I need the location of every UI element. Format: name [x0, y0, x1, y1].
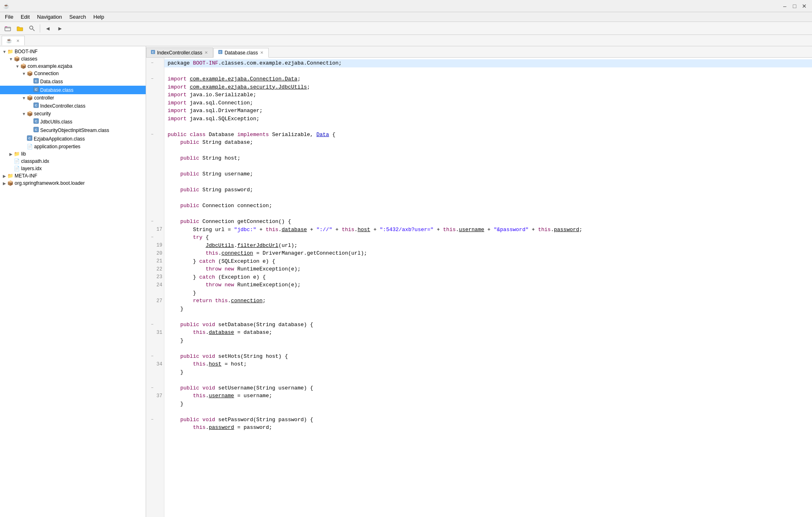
expand-icon: ▼ — [8, 57, 14, 61]
tree-label: classpath.idx — [21, 158, 49, 164]
class-icon: C — [33, 127, 39, 134]
svg-text:C: C — [35, 79, 37, 83]
expand-icon: ▼ — [2, 50, 7, 54]
tree-node-jdbcutils-class[interactable]: C JdbcUtils.class — [0, 117, 146, 126]
tree-node-classes[interactable]: ▼ 📦 classes — [0, 55, 146, 63]
toolbar-back-button[interactable]: ◄ — [43, 23, 53, 34]
tab-close-database[interactable]: ✕ — [259, 50, 264, 55]
jar-icon: ☕ — [6, 38, 12, 43]
tree-label: BOOT-INF — [15, 49, 38, 54]
tree-node-database-class[interactable]: C Database.class — [0, 86, 146, 94]
menu-search[interactable]: Search — [66, 13, 89, 21]
tree-node-ezjaba-class[interactable]: C EzjabaApplication.class — [0, 134, 146, 143]
editor-tabs: C IndexController.class ✕ C Database.cla… — [146, 46, 812, 58]
code-editor[interactable]: −−−−17−19202122232427−31−34−37− package … — [146, 58, 812, 517]
class-icon: C — [33, 102, 39, 109]
menu-edit[interactable]: Edit — [17, 13, 33, 21]
tree-label: com.example.ezjaba — [28, 63, 72, 69]
tree-node-org-springframework[interactable]: ▶ 📦 org.springframework.boot.loader — [0, 180, 146, 187]
expand-icon: ▶ — [2, 181, 7, 186]
tree-node-meta-inf[interactable]: ▶ 📁 META-INF — [0, 172, 146, 180]
tree-node-security[interactable]: ▼ 📦 security — [0, 110, 146, 117]
tab-close-index[interactable]: ✕ — [204, 50, 209, 55]
title-bar: ☕ – □ ✕ — [0, 0, 812, 12]
tree-label: SecurityObjectInpitStream.class — [40, 128, 109, 133]
expand-icon: ▼ — [15, 64, 20, 69]
tab-database[interactable]: C Database.class ✕ — [213, 48, 269, 58]
open-file-tab-close[interactable]: ✕ — [15, 38, 20, 43]
expand-icon: ▼ — [21, 71, 27, 76]
open-files-bar: ☕ ✕ — [0, 35, 812, 46]
tree-label: lib — [21, 151, 26, 157]
file-icon: 📄 — [14, 166, 20, 171]
maximize-button[interactable]: □ — [790, 2, 799, 11]
tree-node-layers[interactable]: 📄 layers.idx — [0, 165, 146, 172]
tree-label: IndexController.class — [40, 103, 85, 109]
tree-label: security — [34, 111, 51, 117]
package-icon: 📦 — [27, 71, 33, 76]
properties-icon: 📄 — [27, 144, 33, 149]
tab-label: IndexController.class — [157, 50, 202, 56]
tree-label: controller — [34, 95, 54, 101]
toolbar-open-button[interactable] — [2, 23, 13, 34]
svg-text:C: C — [28, 136, 31, 140]
package-explorer[interactable]: ▼ 📁 BOOT-INF ▼ 📦 classes ▼ 📦 com.example… — [0, 46, 146, 517]
class-icon: C — [33, 118, 39, 125]
tab-index-controller[interactable]: C IndexController.class ✕ — [146, 48, 213, 57]
tree-node-data-class[interactable]: C Data.class — [0, 77, 146, 86]
svg-text:C: C — [35, 128, 37, 132]
tree-node-controller[interactable]: ▼ 📦 controller — [0, 94, 146, 102]
folder-icon: 📁 — [7, 173, 13, 179]
main-layout: ▼ 📁 BOOT-INF ▼ 📦 classes ▼ 📦 com.example… — [0, 46, 812, 517]
minimize-button[interactable]: – — [780, 2, 789, 11]
svg-point-2 — [30, 26, 33, 29]
title-bar-left: ☕ — [3, 3, 12, 9]
package-icon: 📦 — [7, 180, 13, 186]
toolbar-search-button[interactable] — [27, 23, 37, 34]
tree-node-classpath[interactable]: 📄 classpath.idx — [0, 158, 146, 165]
package-icon: 📦 — [14, 56, 20, 62]
svg-text:C: C — [152, 51, 154, 54]
class-icon: C — [33, 87, 39, 93]
menu-file[interactable]: File — [2, 13, 17, 21]
package-icon: 📦 — [27, 111, 33, 117]
tab-label: Database.class — [224, 50, 258, 56]
tree-label: application.properties — [34, 144, 80, 149]
package-icon: 📦 — [20, 63, 26, 69]
tree-node-lib[interactable]: ▶ 📁 lib — [0, 150, 146, 158]
file-icon: 📄 — [14, 158, 20, 164]
menu-help[interactable]: Help — [90, 13, 108, 21]
expand-icon: ▼ — [21, 112, 27, 116]
svg-text:C: C — [35, 88, 37, 91]
class-tab-icon: C — [218, 50, 223, 56]
tree-node-com-example[interactable]: ▼ 📦 com.example.ezjaba — [0, 63, 146, 70]
toolbar-forward-button[interactable]: ► — [55, 23, 65, 34]
tree-label: JdbcUtils.class — [40, 119, 72, 125]
toolbar-folder-button[interactable] — [15, 23, 25, 34]
tree-node-security-class[interactable]: C SecurityObjectInpitStream.class — [0, 126, 146, 134]
tree-label: classes — [21, 56, 37, 62]
tree-label: org.springframework.boot.loader — [15, 180, 85, 186]
menu-navigation[interactable]: Navigation — [34, 13, 65, 21]
tree-label: EzjabaApplication.class — [34, 136, 85, 142]
menu-bar: File Edit Navigation Search Help — [0, 12, 812, 22]
tree-label: Data.class — [40, 79, 63, 84]
line-numbers: −−−−17−19202122232427−31−34−37− — [146, 58, 164, 517]
svg-text:C: C — [220, 51, 222, 54]
expand-icon: ▶ — [2, 174, 7, 178]
editor-area: C IndexController.class ✕ C Database.cla… — [146, 46, 812, 517]
app-icon: ☕ — [3, 3, 9, 9]
close-button[interactable]: ✕ — [800, 2, 809, 11]
tree-node-app-properties[interactable]: 📄 application.properties — [0, 143, 146, 150]
tree-node-connection[interactable]: ▼ 📦 Connection — [0, 70, 146, 77]
tree-node-boot-inf[interactable]: ▼ 📁 BOOT-INF — [0, 48, 146, 55]
expand-icon: ▶ — [8, 152, 14, 156]
code-content[interactable]: package BOOT-INF.classes.com.example.ezj… — [164, 58, 812, 517]
class-tab-icon: C — [151, 50, 155, 56]
open-file-tab[interactable]: ☕ ✕ — [2, 36, 25, 45]
svg-text:C: C — [35, 119, 37, 123]
expand-icon: ▼ — [21, 96, 27, 100]
tree-node-index-class[interactable]: C IndexController.class — [0, 102, 146, 110]
tree-label: Connection — [34, 71, 59, 76]
svg-text:C: C — [35, 104, 37, 107]
